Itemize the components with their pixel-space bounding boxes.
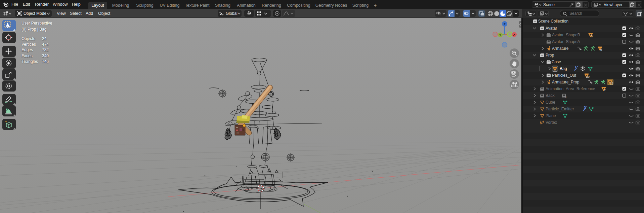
svg-text:Y: Y	[499, 33, 502, 37]
svg-text:X: X	[513, 33, 516, 36]
svg-text:Z: Z	[504, 22, 506, 26]
